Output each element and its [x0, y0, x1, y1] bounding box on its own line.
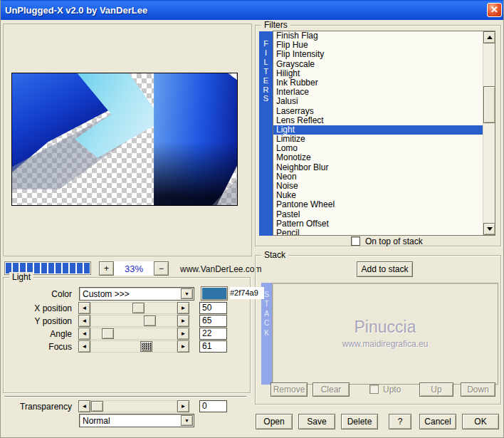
- cancel-button[interactable]: Cancel: [419, 414, 456, 429]
- filter-item[interactable]: Monotize: [273, 153, 495, 162]
- scroll-up-button[interactable]: [483, 31, 495, 43]
- filter-item[interactable]: Hilight: [273, 69, 495, 78]
- chevron-down-icon[interactable]: ▼: [181, 288, 193, 299]
- clear-button[interactable]: Clear: [313, 382, 350, 397]
- color-swatch-button[interactable]: [201, 286, 228, 301]
- angle-slider-track[interactable]: [90, 328, 177, 340]
- angle-label: Angle: [1, 329, 72, 339]
- filter-item[interactable]: Grayscale: [273, 60, 495, 69]
- scrollbar[interactable]: [483, 31, 495, 235]
- zoom-in-button[interactable]: +: [99, 261, 114, 276]
- zoom-out-button[interactable]: −: [154, 261, 169, 276]
- stack-listbox[interactable]: Pinuccia www.maidiregrafica.eu: [272, 283, 498, 385]
- up-button[interactable]: Up: [419, 382, 453, 397]
- filter-item[interactable]: Flip Intensity: [273, 50, 495, 59]
- focus-left-arrow-button[interactable]: ◄: [78, 340, 90, 353]
- y-position-slider-thumb[interactable]: [144, 316, 156, 326]
- y-position-value-field[interactable]: 65: [199, 315, 227, 327]
- x-position-value-field[interactable]: 50: [199, 302, 227, 314]
- filter-item[interactable]: Limitize: [273, 135, 495, 144]
- x-position-left-arrow-button[interactable]: ◄: [78, 302, 90, 314]
- filters-group-label: Filters: [261, 20, 290, 30]
- filter-item[interactable]: Light: [273, 125, 495, 135]
- color-hex-label: #2f74a9: [230, 287, 264, 299]
- watermark-url: www.maidiregrafica.eu: [273, 339, 498, 349]
- remove-button[interactable]: Remove: [271, 382, 308, 397]
- transparency-left-arrow-button[interactable]: ◄: [78, 400, 90, 412]
- triangle-up-icon: [487, 36, 493, 39]
- filter-item[interactable]: Neighbor Blur: [273, 163, 495, 172]
- on-top-of-stack-checkbox[interactable]: [351, 236, 360, 246]
- on-top-of-stack-label: On top of stack: [365, 236, 423, 246]
- filter-item[interactable]: Pencil: [273, 229, 495, 236]
- title-bar[interactable]: UnPlugged-X v2.0 by VanDerLee ✕: [1, 0, 504, 20]
- window-title: UnPlugged-X v2.0 by VanDerLee: [1, 5, 147, 16]
- filter-listbox[interactable]: Finish FlagFlip HueFlip IntensityGraysca…: [273, 31, 495, 236]
- filter-item[interactable]: Interlace: [273, 88, 495, 97]
- down-button[interactable]: Down: [461, 382, 495, 397]
- y-position-left-arrow-button[interactable]: ◄: [78, 315, 90, 327]
- focus-right-arrow-button[interactable]: ►: [177, 340, 189, 353]
- color-combobox[interactable]: Custom >>> ▼: [79, 287, 194, 301]
- ok-button[interactable]: OK: [462, 414, 499, 429]
- focus-slider-track[interactable]: [90, 340, 177, 353]
- transparency-slider-track[interactable]: [90, 400, 177, 412]
- help-button[interactable]: ?: [389, 414, 411, 429]
- y-position-right-arrow-button[interactable]: ►: [177, 315, 189, 327]
- angle-right-arrow-button[interactable]: ►: [177, 328, 189, 340]
- vendor-website: www.VanDerLee.com: [180, 264, 262, 274]
- filter-item[interactable]: Pantone Wheel: [273, 200, 495, 209]
- save-button[interactable]: Save: [298, 414, 335, 429]
- y-position-slider-track[interactable]: [90, 315, 177, 327]
- filter-item[interactable]: Noise: [273, 182, 495, 191]
- filter-item[interactable]: Jalusi: [273, 97, 495, 106]
- filter-item[interactable]: Pattern Offset: [273, 219, 495, 229]
- filter-item[interactable]: Lens Reflect: [273, 116, 495, 125]
- zoom-percent: 33%: [114, 261, 154, 276]
- add-to-stack-button[interactable]: Add to stack: [357, 261, 413, 277]
- transparency-value-field[interactable]: 0: [199, 400, 227, 412]
- filter-item[interactable]: Pastel: [273, 210, 495, 219]
- filter-item[interactable]: Neon: [273, 172, 495, 182]
- x-position-slider-track[interactable]: [90, 302, 177, 314]
- x-position-label: X position: [1, 303, 72, 313]
- filters-sidebar: FILTERS: [259, 31, 273, 236]
- transparency-slider-thumb[interactable]: [91, 401, 103, 412]
- focus-label: Focus: [1, 342, 72, 352]
- delete-button[interactable]: Delete: [341, 414, 378, 429]
- unplugged-x-dialog: UnPlugged-X v2.0 by VanDerLee ✕ + 33% − …: [0, 0, 504, 438]
- angle-value-field[interactable]: 22: [199, 328, 227, 340]
- stack-group-label: Stack: [261, 250, 288, 260]
- color-label: Color: [1, 289, 72, 299]
- y-position-label: Y position: [1, 316, 72, 326]
- scrollbar-thumb[interactable]: [483, 86, 495, 123]
- focus-value-field[interactable]: 61: [199, 340, 227, 353]
- triangle-down-icon: [487, 227, 493, 231]
- chevron-down-icon[interactable]: ▼: [181, 415, 193, 426]
- close-icon[interactable]: ✕: [487, 3, 502, 17]
- light-group-label: Light: [9, 272, 33, 282]
- watermark-title: Pinuccia: [273, 318, 498, 337]
- upto-label: Upto: [383, 385, 401, 395]
- angle-left-arrow-button[interactable]: ◄: [78, 328, 90, 340]
- scroll-down-button[interactable]: [483, 223, 495, 235]
- transparency-right-arrow-button[interactable]: ►: [177, 400, 189, 412]
- x-position-slider-thumb[interactable]: [132, 303, 145, 313]
- filter-item[interactable]: Laserrays: [273, 107, 495, 116]
- blend-mode-value: Normal: [83, 416, 110, 426]
- upto-checkbox[interactable]: [369, 385, 379, 394]
- x-position-right-arrow-button[interactable]: ►: [177, 302, 189, 314]
- preview-panel: [3, 24, 252, 256]
- open-button[interactable]: Open: [256, 414, 293, 429]
- color-combobox-value: Custom >>>: [83, 289, 130, 299]
- focus-slider-thumb[interactable]: [140, 341, 152, 352]
- preview-image[interactable]: [11, 73, 238, 206]
- transparency-label: Transparency: [1, 402, 72, 412]
- blend-mode-combobox[interactable]: Normal ▼: [79, 414, 194, 427]
- divider: [4, 396, 246, 397]
- angle-slider-thumb[interactable]: [102, 328, 114, 339]
